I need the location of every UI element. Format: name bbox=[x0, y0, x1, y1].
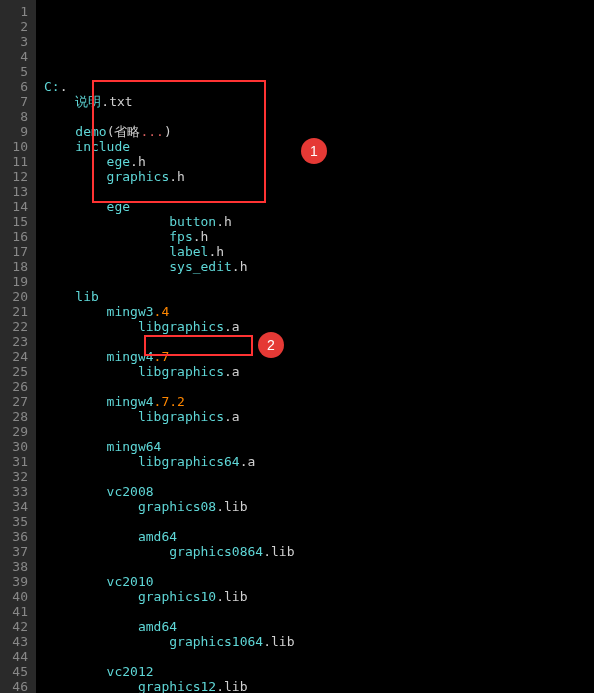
line-number: 19 bbox=[4, 274, 28, 289]
line-number: 29 bbox=[4, 424, 28, 439]
line-number: 23 bbox=[4, 334, 28, 349]
code-line[interactable]: libgraphics.a bbox=[44, 364, 594, 379]
line-number: 3 bbox=[4, 34, 28, 49]
line-number: 26 bbox=[4, 379, 28, 394]
code-line[interactable]: lib bbox=[44, 289, 594, 304]
code-editor[interactable]: 1 2 C:. 说明.txt demo(省略...) include ege.h… bbox=[36, 0, 594, 693]
line-number: 43 bbox=[4, 634, 28, 649]
line-number: 40 bbox=[4, 589, 28, 604]
code-line[interactable]: mingw4.7.2 bbox=[44, 394, 594, 409]
line-number: 2 bbox=[4, 19, 28, 34]
line-number: 32 bbox=[4, 469, 28, 484]
line-number: 21 bbox=[4, 304, 28, 319]
code-line[interactable]: libgraphics.a bbox=[44, 319, 594, 334]
line-number: 20 bbox=[4, 289, 28, 304]
code-line[interactable]: demo(省略...) bbox=[44, 124, 594, 139]
code-line[interactable]: fps.h bbox=[44, 229, 594, 244]
code-line[interactable]: mingw3.4 bbox=[44, 304, 594, 319]
line-number: 5 bbox=[4, 64, 28, 79]
line-number: 6 bbox=[4, 79, 28, 94]
line-number: 7 bbox=[4, 94, 28, 109]
code-line[interactable]: graphics10.lib bbox=[44, 589, 594, 604]
line-number: 28 bbox=[4, 409, 28, 424]
line-number: 11 bbox=[4, 154, 28, 169]
code-line[interactable]: graphics0864.lib bbox=[44, 544, 594, 559]
annotation-badge-1: 1 bbox=[301, 138, 327, 164]
line-number: 27 bbox=[4, 394, 28, 409]
code-line[interactable] bbox=[44, 184, 594, 199]
code-line[interactable]: vc2012 bbox=[44, 664, 594, 679]
code-line[interactable]: libgraphics.a bbox=[44, 409, 594, 424]
code-line[interactable]: mingw4.7 bbox=[44, 349, 594, 364]
line-number: 37 bbox=[4, 544, 28, 559]
code-line[interactable]: amd64 bbox=[44, 529, 594, 544]
code-line[interactable] bbox=[44, 274, 594, 289]
code-line[interactable]: 说明.txt bbox=[44, 94, 594, 109]
code-line[interactable]: graphics.h bbox=[44, 169, 594, 184]
line-number: 12 bbox=[4, 169, 28, 184]
line-number: 17 bbox=[4, 244, 28, 259]
line-number: 30 bbox=[4, 439, 28, 454]
line-number: 4 bbox=[4, 49, 28, 64]
line-number: 45 bbox=[4, 664, 28, 679]
code-line[interactable]: graphics1064.lib bbox=[44, 634, 594, 649]
line-number: 42 bbox=[4, 619, 28, 634]
code-line[interactable]: amd64 bbox=[44, 619, 594, 634]
code-line[interactable] bbox=[44, 334, 594, 349]
line-number: 44 bbox=[4, 649, 28, 664]
code-line[interactable] bbox=[44, 424, 594, 439]
code-line[interactable]: label.h bbox=[44, 244, 594, 259]
line-number: 33 bbox=[4, 484, 28, 499]
line-number: 13 bbox=[4, 184, 28, 199]
line-number: 8 bbox=[4, 109, 28, 124]
line-number: 14 bbox=[4, 199, 28, 214]
code-line[interactable] bbox=[44, 604, 594, 619]
code-line[interactable]: vc2010 bbox=[44, 574, 594, 589]
code-line[interactable]: button.h bbox=[44, 214, 594, 229]
annotation-badge-2: 2 bbox=[258, 332, 284, 358]
line-number: 39 bbox=[4, 574, 28, 589]
line-number: 34 bbox=[4, 499, 28, 514]
line-number: 10 bbox=[4, 139, 28, 154]
code-line[interactable]: graphics12.lib bbox=[44, 679, 594, 693]
code-line[interactable]: ege bbox=[44, 199, 594, 214]
line-number: 22 bbox=[4, 319, 28, 334]
line-number: 15 bbox=[4, 214, 28, 229]
line-number: 31 bbox=[4, 454, 28, 469]
code-line[interactable] bbox=[44, 649, 594, 664]
code-line[interactable] bbox=[44, 379, 594, 394]
code-line[interactable] bbox=[44, 559, 594, 574]
code-line[interactable]: graphics08.lib bbox=[44, 499, 594, 514]
code-line[interactable] bbox=[44, 469, 594, 484]
line-number: 1 bbox=[4, 4, 28, 19]
line-number: 24 bbox=[4, 349, 28, 364]
line-number: 25 bbox=[4, 364, 28, 379]
line-number: 16 bbox=[4, 229, 28, 244]
code-line[interactable] bbox=[44, 514, 594, 529]
line-number: 9 bbox=[4, 124, 28, 139]
code-line[interactable]: C:. bbox=[44, 79, 594, 94]
line-number: 36 bbox=[4, 529, 28, 544]
code-line[interactable]: sys_edit.h bbox=[44, 259, 594, 274]
line-number: 35 bbox=[4, 514, 28, 529]
code-line[interactable]: libgraphics64.a bbox=[44, 454, 594, 469]
line-number-gutter: 1234567891011121314151617181920212223242… bbox=[0, 0, 36, 693]
line-number: 41 bbox=[4, 604, 28, 619]
line-number: 38 bbox=[4, 559, 28, 574]
code-line[interactable]: vc2008 bbox=[44, 484, 594, 499]
code-line[interactable] bbox=[44, 109, 594, 124]
line-number: 46 bbox=[4, 679, 28, 693]
line-number: 18 bbox=[4, 259, 28, 274]
code-line[interactable]: mingw64 bbox=[44, 439, 594, 454]
